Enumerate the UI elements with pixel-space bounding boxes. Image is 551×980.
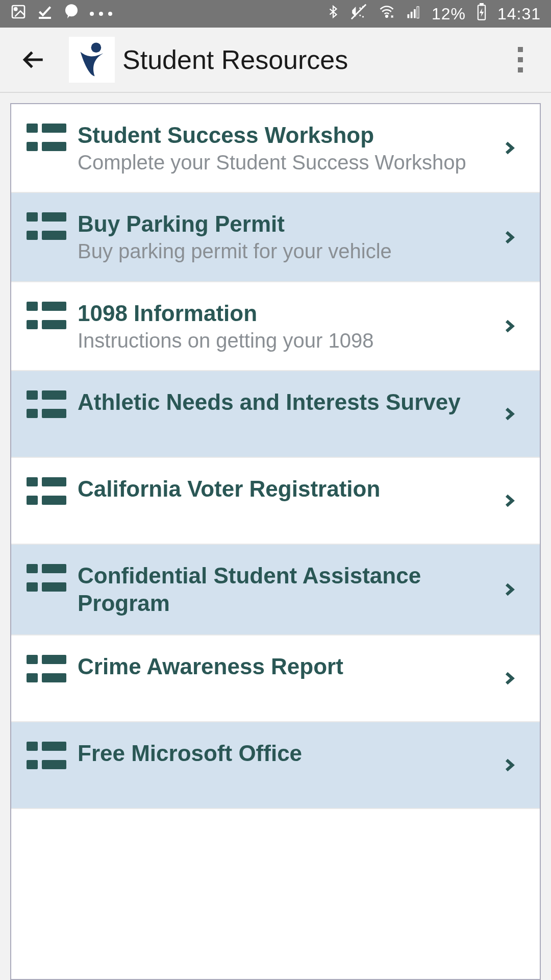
- list-item[interactable]: Student Success WorkshopComplete your St…: [11, 104, 540, 193]
- list-item-body: Free Microsoft Office: [67, 740, 494, 767]
- status-bar: 12% 14:31: [0, 0, 551, 28]
- signal-icon: [406, 4, 421, 23]
- ellipsis-icon: [90, 12, 112, 16]
- list-item-title: Free Microsoft Office: [78, 740, 484, 767]
- arrow-left-icon: [20, 47, 46, 72]
- back-button[interactable]: [15, 42, 51, 78]
- list-item-title: Student Success Workshop: [78, 121, 484, 149]
- chevron-right-icon: [494, 668, 524, 689]
- list-item-title: Crime Awareness Report: [78, 653, 484, 680]
- chevron-right-icon: [494, 137, 524, 159]
- svg-rect-7: [411, 12, 413, 18]
- list-item[interactable]: Free Microsoft Office: [11, 722, 540, 809]
- list-item-body: Student Success WorkshopComplete your St…: [67, 121, 494, 175]
- list-item-body: 1098 InformationInstructions on getting …: [67, 300, 494, 353]
- list-item-title: Confidential Student Assistance Program: [78, 562, 484, 617]
- resource-list: Student Success WorkshopComplete your St…: [10, 103, 541, 980]
- svg-rect-6: [407, 14, 409, 18]
- chevron-right-icon: [494, 227, 524, 248]
- list-item-title: 1098 Information: [78, 300, 484, 327]
- page-title: Student Resources: [122, 44, 505, 75]
- status-left-icons: [10, 4, 112, 24]
- list-item-title: Athletic Needs and Interests Survey: [78, 388, 484, 416]
- svg-point-1: [14, 8, 17, 10]
- list-grid-icon: [27, 121, 67, 151]
- list-item[interactable]: Athletic Needs and Interests Survey: [11, 371, 540, 458]
- app-bar: Student Resources: [0, 28, 551, 93]
- battery-percentage: 12%: [432, 5, 466, 23]
- wifi-icon: [378, 4, 396, 23]
- list-grid-icon: [27, 562, 67, 592]
- list-item-body: California Voter Registration: [67, 475, 494, 503]
- list-grid-icon: [27, 210, 67, 240]
- list-grid-icon: [27, 388, 67, 418]
- list-item-body: Buy Parking PermitBuy parking permit for…: [67, 210, 494, 263]
- list-grid-icon: [27, 475, 67, 505]
- list-item-body: Confidential Student Assistance Program: [67, 562, 494, 617]
- chevron-right-icon: [494, 490, 524, 511]
- chat-bubble-icon: [63, 4, 80, 24]
- list-item-body: Athletic Needs and Interests Survey: [67, 388, 494, 416]
- list-item[interactable]: Confidential Student Assistance Program: [11, 545, 540, 635]
- app-logo: [69, 37, 115, 83]
- bluetooth-icon: [327, 3, 340, 24]
- clock-time: 14:31: [497, 5, 541, 23]
- list-item-subtitle: Instructions on getting your 1098: [78, 328, 484, 353]
- list-item-subtitle: Buy parking permit for your vehicle: [78, 239, 484, 264]
- list-item-title: California Voter Registration: [78, 475, 484, 503]
- svg-point-13: [91, 42, 102, 53]
- list-item[interactable]: Crime Awareness Report: [11, 635, 540, 722]
- app-logo-icon: [77, 42, 107, 78]
- content-area: Student Success WorkshopComplete your St…: [0, 93, 551, 980]
- chevron-right-icon: [494, 754, 524, 776]
- svg-point-3: [65, 4, 78, 16]
- status-right-icons: 12% 14:31: [327, 3, 541, 24]
- svg-rect-9: [417, 7, 419, 18]
- list-item-title: Buy Parking Permit: [78, 210, 484, 238]
- chevron-right-icon: [494, 315, 524, 337]
- more-menu-button[interactable]: [505, 44, 536, 75]
- list-item-body: Crime Awareness Report: [67, 653, 494, 680]
- vertical-dots-icon: [518, 47, 523, 72]
- image-icon: [10, 4, 27, 24]
- chevron-right-icon: [494, 579, 524, 600]
- list-grid-icon: [27, 740, 67, 769]
- vibrate-mute-icon: [350, 3, 367, 24]
- battery-charging-icon: [476, 3, 487, 24]
- svg-rect-8: [414, 9, 416, 18]
- list-grid-icon: [27, 300, 67, 329]
- list-item[interactable]: Buy Parking PermitBuy parking permit for…: [11, 193, 540, 282]
- list-grid-icon: [27, 653, 67, 682]
- check-underline-icon: [37, 4, 53, 24]
- list-item[interactable]: 1098 InformationInstructions on getting …: [11, 282, 540, 371]
- svg-point-5: [386, 15, 388, 17]
- list-item[interactable]: California Voter Registration: [11, 458, 540, 545]
- svg-rect-0: [12, 6, 24, 18]
- svg-rect-11: [480, 4, 483, 6]
- list-item-subtitle: Complete your Student Success Workshop: [78, 150, 484, 175]
- chevron-right-icon: [494, 403, 524, 425]
